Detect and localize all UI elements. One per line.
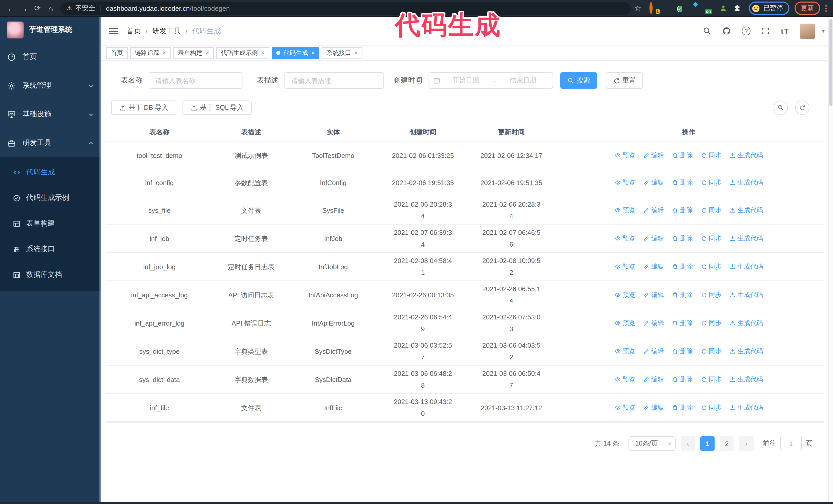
sidebar-item-home[interactable]: 首页 [0,43,101,71]
browser-forward-icon[interactable]: → [18,4,31,13]
next-page-button[interactable]: › [739,436,754,451]
page-button-1[interactable]: 1 [700,436,715,451]
tab-0[interactable]: 首页 [106,47,128,59]
generate-code-link[interactable]: 生成代码 [729,204,763,216]
import-db-button[interactable]: 基于 DB 导入 [111,100,176,115]
sync-link[interactable]: 同步 [700,233,721,244]
search-icon[interactable] [703,27,712,35]
scrollbar-thumb[interactable] [829,19,832,106]
tab-4[interactable]: 代码生成× [272,47,319,59]
preview-link[interactable]: 预览 [614,177,635,188]
close-icon[interactable]: × [163,49,166,56]
delete-link[interactable]: 删除 [672,345,693,357]
breadcrumb-home[interactable]: 首页 [127,26,141,35]
delete-link[interactable]: 删除 [672,149,693,161]
sidebar-item-devtools[interactable]: 研发工具 [0,129,101,158]
user-avatar[interactable] [800,23,815,39]
browser-reload-icon[interactable]: ⟳ [31,4,44,13]
generate-code-link[interactable]: 生成代码 [729,402,763,413]
avatar-caret-icon[interactable]: ▾ [822,28,825,34]
reset-button[interactable]: 重置 [606,72,643,89]
browser-update-button[interactable]: 更新 [794,2,820,15]
fullscreen-icon[interactable] [761,27,770,35]
refresh-table-button[interactable] [795,100,809,115]
generate-code-link[interactable]: 生成代码 [729,345,763,357]
preview-link[interactable]: 预览 [614,317,635,329]
sync-link[interactable]: 同步 [700,261,721,272]
delete-link[interactable]: 删除 [672,177,693,188]
page-scrollbar[interactable] [828,17,833,502]
edit-link[interactable]: 编辑 [643,402,664,413]
submenu-item-db-doc[interactable]: 数据库文档 [0,262,101,288]
date-range-picker[interactable]: 开始日期 - 结束日期 [429,72,553,89]
preview-link[interactable]: 预览 [614,374,635,385]
preview-link[interactable]: 预览 [614,204,635,216]
edit-link[interactable]: 编辑 [643,345,664,357]
extension-check-icon[interactable]: ✓ [677,4,686,13]
generate-code-link[interactable]: 生成代码 [729,261,763,272]
extension-orange-icon[interactable]: 1 [649,4,659,13]
prev-page-button[interactable]: ‹ [681,436,695,451]
close-icon[interactable]: × [261,49,264,56]
extension-grid-icon[interactable] [691,4,700,13]
preview-link[interactable]: 预览 [614,149,635,161]
submenu-item-form-builder[interactable]: 表单构建 [0,211,101,236]
submenu-item-codegen[interactable]: 代码生成 [0,160,101,185]
address-bar[interactable]: ⚠ 不安全 dashboard.yudao.iocoder.cn /tool/c… [61,2,630,15]
edit-link[interactable]: 编辑 [643,289,664,301]
preview-link[interactable]: 预览 [614,233,635,244]
edit-link[interactable]: 编辑 [643,374,664,385]
help-icon[interactable]: ? [742,27,751,35]
sync-link[interactable]: 同步 [700,402,721,413]
submenu-item-codegen-demo[interactable]: 代码生成示例 [0,185,101,211]
sync-link[interactable]: 同步 [700,177,721,188]
delete-link[interactable]: 删除 [672,204,693,216]
tab-1[interactable]: 链路追踪× [130,47,171,59]
close-icon[interactable]: × [206,49,209,56]
edit-link[interactable]: 编辑 [643,177,664,188]
preview-link[interactable]: 预览 [614,345,635,357]
edit-link[interactable]: 编辑 [643,261,664,272]
preview-link[interactable]: 预览 [614,289,635,301]
insecure-warning-icon[interactable]: ⚠ [67,5,72,12]
table-desc-input[interactable] [285,72,384,89]
browser-menu-icon[interactable] [825,5,827,11]
edit-link[interactable]: 编辑 [643,204,664,216]
delete-link[interactable]: 删除 [672,233,693,244]
import-sql-button[interactable]: 基于 SQL 导入 [183,100,252,115]
preview-link[interactable]: 预览 [614,261,635,272]
sidebar-item-system[interactable]: 系统管理 [0,71,101,100]
font-size-icon[interactable]: tT [781,27,789,35]
generate-code-link[interactable]: 生成代码 [729,177,763,188]
delete-link[interactable]: 删除 [672,261,693,272]
sync-link[interactable]: 同步 [700,317,721,329]
extensions-puzzle-icon[interactable] [733,4,742,13]
generate-code-link[interactable]: 生成代码 [729,149,763,161]
close-icon[interactable]: × [354,49,358,56]
extension-person-icon[interactable] [719,4,728,13]
submenu-item-system-api[interactable]: 系统接口 [0,236,101,262]
logo[interactable]: 芋道管理系统 [0,17,101,43]
generate-code-link[interactable]: 生成代码 [729,233,763,244]
sync-link[interactable]: 同步 [700,345,721,357]
sidebar-item-infra[interactable]: 基础设施 [0,100,101,129]
tab-3[interactable]: 代码生成示例× [216,47,269,59]
breadcrumb-devtools[interactable]: 研发工具 [152,26,181,35]
sync-link[interactable]: 同步 [700,204,721,216]
toggle-search-button[interactable] [774,100,788,115]
extension-diamond-icon[interactable] [663,4,672,13]
preview-link[interactable]: 预览 [614,402,635,413]
page-button-2[interactable]: 2 [720,436,734,451]
browser-back-icon[interactable]: ← [4,4,18,13]
edit-link[interactable]: 编辑 [643,233,664,244]
generate-code-link[interactable]: 生成代码 [729,317,763,329]
paused-badge[interactable]: 已暂停 [749,2,789,15]
close-icon[interactable]: × [311,49,315,56]
sync-link[interactable]: 同步 [700,149,721,161]
extension-on-icon[interactable]: on [705,4,714,13]
edit-link[interactable]: 编辑 [643,317,664,329]
github-icon[interactable] [722,27,731,35]
tab-2[interactable]: 表单构建× [173,47,214,59]
generate-code-link[interactable]: 生成代码 [729,289,763,301]
sync-link[interactable]: 同步 [700,289,721,301]
